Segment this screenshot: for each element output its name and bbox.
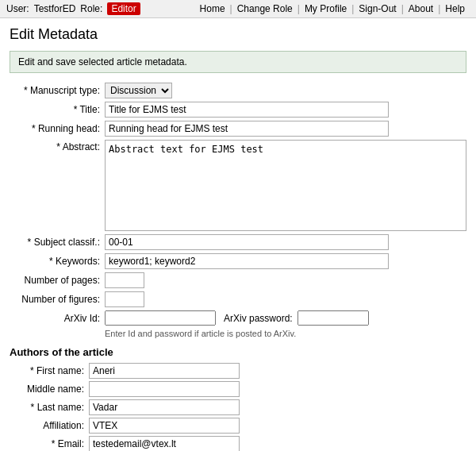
- subject-classif-label: Subject classif.:: [10, 237, 105, 248]
- affiliation-label: Affiliation:: [10, 420, 89, 431]
- manuscript-type-row: Manuscript type: Discussion Article Revi…: [10, 83, 466, 98]
- topbar: User: TestforED Role: Editor Home | Chan…: [0, 0, 476, 18]
- num-pages-row: Number of pages:: [10, 272, 466, 288]
- first-name-label: First name:: [10, 365, 89, 376]
- authors-section-title: Authors of the article: [10, 346, 466, 358]
- last-name-label: Last name:: [10, 402, 89, 413]
- arxiv-row: ArXiv Id: ArXiv password:: [10, 310, 466, 326]
- page-content: Edit Metadata Edit and save selected art…: [0, 18, 476, 451]
- arxiv-password-label: ArXiv password:: [216, 313, 298, 324]
- email-row: Email:: [10, 436, 466, 451]
- email-label: Email:: [10, 438, 89, 449]
- num-figures-input[interactable]: [105, 291, 144, 307]
- nav-my-profile[interactable]: My Profile: [300, 3, 351, 14]
- title-row: Title:: [10, 102, 466, 118]
- manuscript-type-label: Manuscript type:: [10, 85, 105, 96]
- keywords-input[interactable]: [105, 253, 389, 269]
- username: TestforED: [34, 3, 76, 14]
- keywords-label: Keywords:: [10, 256, 105, 267]
- first-name-row: First name:: [10, 363, 466, 379]
- arxiv-id-label: ArXiv Id:: [10, 313, 105, 324]
- arxiv-password-input[interactable]: [298, 310, 369, 326]
- middle-name-input[interactable]: [89, 381, 240, 397]
- metadata-form: Manuscript type: Discussion Article Revi…: [10, 83, 466, 451]
- user-info: User: TestforED Role: Editor: [6, 2, 140, 15]
- nav-sign-out[interactable]: Sign-Out: [354, 3, 401, 14]
- nav-change-role[interactable]: Change Role: [232, 3, 298, 14]
- running-head-input[interactable]: [105, 121, 389, 137]
- last-name-input[interactable]: [89, 399, 240, 415]
- nav-help[interactable]: Help: [440, 3, 470, 14]
- subject-classif-row: Subject classif.:: [10, 234, 466, 250]
- role-prefix: Role:: [80, 3, 102, 14]
- title-input[interactable]: [105, 102, 389, 118]
- keywords-row: Keywords:: [10, 253, 466, 269]
- affiliation-input[interactable]: [89, 418, 240, 434]
- manuscript-type-select[interactable]: Discussion Article Review Letter: [105, 83, 172, 98]
- title-label: Title:: [10, 104, 105, 115]
- running-head-label: Running head:: [10, 123, 105, 134]
- email-input[interactable]: [89, 436, 240, 451]
- info-banner: Edit and save selected article metadata.: [10, 51, 466, 73]
- middle-name-row: Middle name:: [10, 381, 466, 397]
- arxiv-id-input[interactable]: [105, 310, 216, 326]
- last-name-row: Last name:: [10, 399, 466, 415]
- nav-home[interactable]: Home: [195, 3, 230, 14]
- abstract-label: Abstract:: [10, 140, 105, 152]
- authors-section: Authors of the article First name: Middl…: [10, 346, 466, 451]
- middle-name-label: Middle name:: [10, 384, 89, 395]
- subject-classif-input[interactable]: [105, 234, 389, 250]
- user-label: User:: [6, 3, 29, 14]
- abstract-textarea[interactable]: Abstract text for EJMS test: [105, 140, 466, 231]
- num-pages-input[interactable]: [105, 272, 144, 288]
- affiliation-row: Affiliation:: [10, 418, 466, 434]
- abstract-row: Abstract: Abstract text for EJMS test: [10, 140, 466, 231]
- num-figures-row: Number of figures:: [10, 291, 466, 307]
- running-head-row: Running head:: [10, 121, 466, 137]
- role-badge: Editor: [107, 2, 140, 15]
- top-nav: Home | Change Role | My Profile | Sign-O…: [195, 3, 470, 14]
- first-name-input[interactable]: [89, 363, 240, 379]
- nav-about[interactable]: About: [404, 3, 438, 14]
- num-pages-label: Number of pages:: [10, 275, 105, 286]
- num-figures-label: Number of figures:: [10, 294, 105, 305]
- arxiv-hint: Enter Id and password if article is post…: [10, 329, 466, 338]
- page-title: Edit Metadata: [10, 26, 466, 43]
